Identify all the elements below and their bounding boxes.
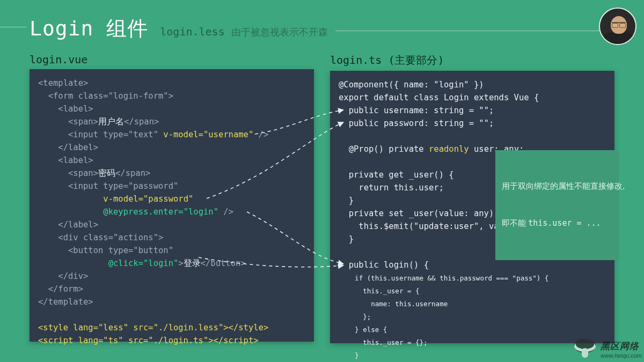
- slide-subtitle-note: 由于被忽视表示不开森: [231, 26, 328, 39]
- slide-subtitle-file: login.less: [160, 25, 224, 38]
- presenter-avatar: [599, 8, 636, 45]
- annotation-readonly-tooltip: 用于双向绑定的属性不能直接修改, 即不能 this.user = ...: [495, 150, 619, 260]
- code-block-login-vue: <template> <form class="login-form"> <la…: [30, 69, 314, 342]
- slide-header: Login 组件 login.less 由于被忽视表示不开森: [0, 0, 644, 42]
- svg-rect-4: [582, 349, 588, 357]
- watermark-logo: 黑区网络 www.heiqu.com: [573, 337, 642, 361]
- svg-point-2: [576, 339, 594, 349]
- right-panel-filename: login.ts (主要部分): [330, 53, 614, 68]
- mushroom-icon: [573, 337, 597, 361]
- left-column: login.vue <template> <form class="login-…: [30, 53, 314, 343]
- slide-title: Login 组件: [30, 15, 148, 42]
- right-column: login.ts (主要部分) @Component({ name: "logi…: [330, 53, 614, 343]
- left-panel-filename: login.vue: [30, 53, 314, 66]
- code-block-login-ts: @Component({ name: "login" }) export def…: [330, 71, 614, 343]
- content-columns: login.vue <template> <form class="login-…: [0, 42, 644, 343]
- header-rule-right: [335, 31, 614, 31]
- header-rule-left: [0, 27, 27, 27]
